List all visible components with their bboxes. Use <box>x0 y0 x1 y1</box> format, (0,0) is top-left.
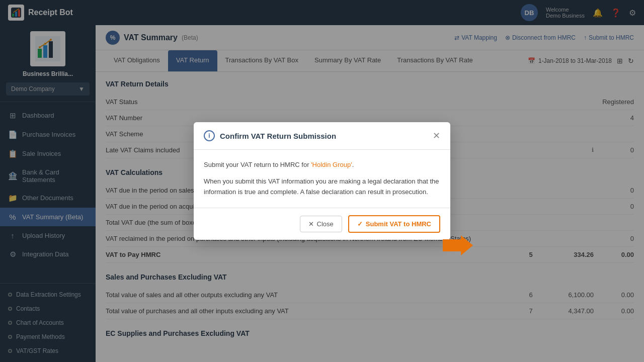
modal-line1: Submit your VAT return to HMRC for 'Hold… <box>204 160 440 170</box>
submit-btn-label: Submit VAT to HMRC <box>366 220 431 228</box>
modal-line2: When you submit this VAT information you… <box>204 176 440 198</box>
modal-footer: ✕ Close ✓ Submit VAT to HMRC <box>194 208 450 240</box>
modal-overlay: i Confirm VAT Return Submission ✕ Submit… <box>0 0 644 362</box>
confirm-modal: i Confirm VAT Return Submission ✕ Submit… <box>194 122 450 239</box>
modal-header: i Confirm VAT Return Submission ✕ <box>194 122 450 150</box>
arrow-shape <box>443 235 473 255</box>
modal-title: Confirm VAT Return Submission <box>220 132 428 140</box>
submit-vat-button[interactable]: ✓ Submit VAT to HMRC <box>348 215 440 233</box>
info-icon: i <box>204 130 215 141</box>
check-icon: ✓ <box>357 220 363 228</box>
close-button[interactable]: ✕ Close <box>300 216 342 232</box>
modal-line1-end: . <box>352 161 354 168</box>
close-btn-label: Close <box>317 220 334 228</box>
close-icon[interactable]: ✕ <box>433 131 440 140</box>
modal-line1-text: Submit your VAT return to HMRC for <box>204 161 311 168</box>
x-icon: ✕ <box>308 220 314 228</box>
arrow-annotation <box>443 235 473 255</box>
company-link: 'Holdin Group' <box>311 161 352 168</box>
modal-body: Submit your VAT return to HMRC for 'Hold… <box>194 150 450 207</box>
